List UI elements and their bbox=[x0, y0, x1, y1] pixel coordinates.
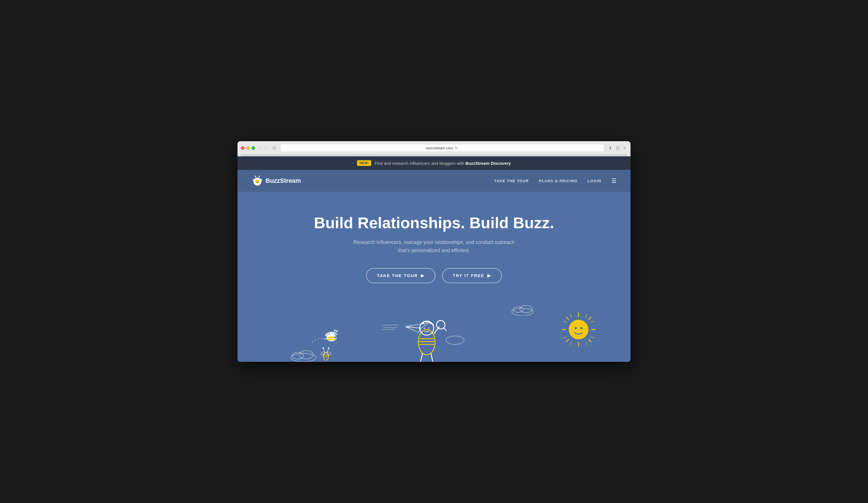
login-nav-link[interactable]: LOGIN bbox=[588, 179, 601, 183]
announcement-text: Find and research influencers and blogge… bbox=[374, 161, 510, 166]
svg-line-59 bbox=[570, 342, 571, 345]
svg-line-51 bbox=[588, 317, 591, 320]
oval-illustration bbox=[445, 335, 465, 345]
svg-rect-14 bbox=[327, 339, 336, 340]
address-bar[interactable]: buzzstream.com ↻ bbox=[280, 144, 604, 152]
svg-point-62 bbox=[575, 327, 577, 329]
address-bar-container: buzzstream.com ↻ bbox=[280, 144, 604, 152]
svg-line-52 bbox=[566, 339, 569, 342]
svg-point-61 bbox=[569, 320, 588, 339]
svg-line-49 bbox=[566, 317, 569, 320]
svg-point-28 bbox=[520, 305, 532, 313]
maximize-button[interactable] bbox=[251, 146, 255, 150]
svg-line-58 bbox=[591, 337, 594, 338]
svg-point-20 bbox=[334, 329, 336, 331]
cloud-lower-left bbox=[288, 348, 319, 362]
logo[interactable]: BuzzStream bbox=[251, 175, 301, 187]
hero-section: Build Relationships. Build Buzz. Researc… bbox=[237, 192, 631, 361]
svg-point-35 bbox=[428, 328, 430, 329]
site-nav: BuzzStream TAKE THE TOUR PLANS & PRICING… bbox=[237, 170, 631, 192]
svg-line-40 bbox=[431, 353, 433, 362]
take-tour-nav-link[interactable]: TAKE THE TOUR bbox=[494, 179, 529, 183]
nav-links: TAKE THE TOUR PLANS & PRICING LOGIN ☰ bbox=[494, 177, 617, 184]
small-bee-illustration bbox=[319, 345, 333, 362]
svg-point-3 bbox=[255, 181, 260, 183]
svg-line-38 bbox=[444, 328, 446, 331]
svg-line-41 bbox=[382, 325, 399, 325]
announcement-bold: BuzzStream Discovery bbox=[465, 161, 511, 166]
svg-point-10 bbox=[256, 181, 257, 182]
forward-button[interactable]: › bbox=[263, 145, 268, 151]
speed-lines bbox=[382, 322, 404, 331]
svg-line-53 bbox=[570, 314, 571, 317]
svg-line-50 bbox=[588, 339, 591, 342]
svg-point-69 bbox=[322, 347, 324, 349]
svg-point-17 bbox=[334, 336, 336, 338]
logo-text: BuzzStream bbox=[266, 177, 301, 184]
browser-titlebar: ‹ › ⊡ buzzstream.com ↻ ⬆ ⊡ + bbox=[241, 144, 627, 152]
refresh-icon[interactable]: ↻ bbox=[455, 146, 458, 150]
try-it-free-button[interactable]: TRY IT FREE ▶ bbox=[442, 268, 502, 283]
hero-title: Build Relationships. Build Buzz. bbox=[249, 214, 619, 232]
browser-chrome: ‹ › ⊡ buzzstream.com ↻ ⬆ ⊡ + bbox=[237, 141, 631, 156]
sun-illustration bbox=[560, 311, 597, 348]
minimize-button[interactable] bbox=[246, 146, 250, 150]
url-text: buzzstream.com bbox=[426, 146, 453, 150]
svg-point-23 bbox=[299, 351, 313, 359]
svg-line-55 bbox=[563, 321, 567, 322]
cloud-upper-right bbox=[510, 303, 535, 316]
svg-point-44 bbox=[446, 336, 464, 345]
take-tour-button[interactable]: TAKE THE TOUR ▶ bbox=[366, 268, 435, 283]
svg-point-18 bbox=[335, 337, 336, 337]
reader-view-icon[interactable]: ⊡ bbox=[615, 145, 621, 151]
sidebar-toggle-button[interactable]: ⊡ bbox=[271, 145, 277, 151]
close-button[interactable] bbox=[241, 146, 245, 150]
new-badge: NEW! bbox=[357, 160, 371, 166]
website-content: NEW! Find and research influencers and b… bbox=[237, 156, 631, 361]
svg-point-63 bbox=[580, 327, 582, 329]
back-button[interactable]: ‹ bbox=[258, 145, 262, 151]
svg-point-70 bbox=[328, 347, 330, 349]
nav-buttons: ‹ › bbox=[258, 145, 268, 151]
svg-line-54 bbox=[586, 314, 587, 317]
svg-point-6 bbox=[255, 176, 256, 177]
svg-point-34 bbox=[424, 328, 425, 329]
share-icon[interactable]: ⬆ bbox=[607, 145, 613, 151]
svg-line-39 bbox=[421, 353, 423, 362]
illustration-area bbox=[249, 300, 619, 362]
svg-point-11 bbox=[258, 181, 259, 182]
svg-point-19 bbox=[336, 330, 338, 332]
svg-point-29 bbox=[418, 329, 435, 355]
add-tab-icon[interactable]: + bbox=[622, 145, 627, 151]
person-illustration bbox=[404, 306, 449, 362]
svg-point-64 bbox=[323, 352, 329, 360]
announcement-banner: NEW! Find and research influencers and b… bbox=[237, 156, 631, 170]
browser-window: ‹ › ⊡ buzzstream.com ↻ ⬆ ⊡ + NEW! bbox=[237, 141, 631, 361]
browser-actions: ⬆ ⊡ + bbox=[607, 145, 627, 151]
traffic-lights bbox=[241, 146, 255, 150]
cta-buttons: TAKE THE TOUR ▶ TRY IT FREE ▶ bbox=[249, 268, 619, 283]
svg-line-57 bbox=[591, 321, 594, 322]
hero-subtitle: Research influencers, manage your relati… bbox=[350, 238, 518, 255]
svg-line-60 bbox=[586, 342, 587, 345]
tab-bar bbox=[241, 154, 627, 156]
hamburger-menu-icon[interactable]: ☰ bbox=[611, 177, 617, 184]
logo-icon bbox=[251, 175, 263, 187]
svg-line-56 bbox=[563, 337, 567, 338]
svg-point-7 bbox=[259, 176, 260, 177]
svg-line-36 bbox=[434, 327, 439, 334]
plans-pricing-nav-link[interactable]: PLANS & PRICING bbox=[539, 179, 577, 183]
